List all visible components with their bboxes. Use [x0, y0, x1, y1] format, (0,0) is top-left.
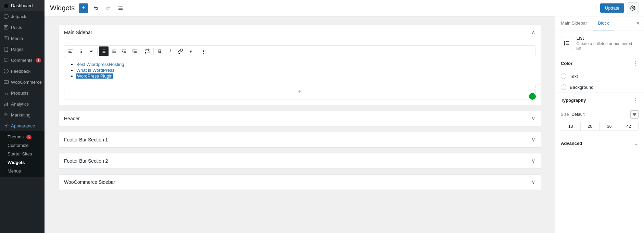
color-option-text[interactable]: Text: [555, 71, 644, 82]
toolbar-divider-1: [97, 48, 98, 55]
color-label-background: Background: [570, 85, 593, 90]
widget-panel-header-header[interactable]: Header: [59, 111, 541, 126]
close-panel-button[interactable]: ×: [632, 17, 644, 29]
sidebar-item-pages[interactable]: Pages: [0, 44, 45, 55]
color-section: Color ⋮ Text Background: [555, 56, 644, 93]
list-view-button[interactable]: [116, 3, 125, 13]
color-option-background[interactable]: Background: [555, 82, 644, 93]
typography-section: Typography ⋮ Size Default 13 20 36: [555, 93, 644, 136]
toolbar-italic-button[interactable]: I: [165, 46, 175, 56]
widget-panel-header-footer-1[interactable]: Footer Bar Section 1: [59, 132, 541, 147]
block-toolbar: 1.2.3.: [64, 45, 535, 57]
advanced-label: Advanced: [561, 141, 582, 146]
svg-rect-8: [4, 105, 5, 106]
sidebar-item-appearance[interactable]: Appearance: [0, 120, 45, 131]
toolbar-more-rich-button[interactable]: ▾: [186, 46, 195, 56]
widget-panel-content-main-sidebar: 1.2.3.: [59, 40, 541, 105]
svg-rect-9: [5, 103, 6, 106]
sidebar-item-products[interactable]: Products: [0, 87, 45, 98]
undo-button[interactable]: [91, 3, 101, 13]
svg-point-11: [5, 125, 7, 127]
settings-button[interactable]: [627, 2, 639, 14]
sidebar-item-woocommerce[interactable]: WooCommerce: [0, 77, 45, 87]
main-area: Widgets + Update Main Sidebar: [45, 0, 644, 233]
sidebar-item-analytics[interactable]: Analytics: [0, 98, 45, 109]
font-size-13[interactable]: 13: [561, 122, 581, 131]
sidebar-item-feedback[interactable]: Feedback: [0, 66, 45, 77]
toolbar-bold-button[interactable]: B: [155, 46, 165, 56]
sidebar-item-jetpack[interactable]: Jetpack: [0, 11, 45, 22]
redo-button[interactable]: [103, 3, 113, 13]
font-size-36[interactable]: 36: [600, 122, 619, 131]
color-radio-background: [561, 84, 566, 90]
widget-editor: Main Sidebar: [45, 16, 555, 233]
widget-panel-header-woocommerce-sidebar[interactable]: WooCommerce Sidebar: [59, 175, 541, 190]
font-size-42[interactable]: 42: [619, 122, 639, 131]
list-link-3[interactable]: WordPress Plugin: [76, 73, 113, 79]
widget-panel-title-footer-2: Footer Bar Section 2: [64, 158, 108, 164]
font-size-options: 13 20 36 42: [561, 122, 639, 131]
sidebar-sub-customize[interactable]: Customize: [0, 141, 45, 150]
add-block-button-area[interactable]: +: [64, 85, 535, 99]
sidebar-item-media[interactable]: Media: [0, 33, 45, 44]
typography-section-title: Typography: [561, 98, 586, 103]
toolbar-indent-button[interactable]: [130, 46, 139, 56]
color-section-header[interactable]: Color ⋮: [555, 56, 644, 71]
svg-point-49: [564, 44, 565, 45]
sidebar-item-posts[interactable]: Posts: [0, 22, 45, 33]
block-name: List: [577, 35, 639, 41]
color-radio-text: [561, 73, 566, 79]
toolbar-move-button[interactable]: [86, 46, 96, 56]
update-button[interactable]: Update: [600, 3, 624, 13]
list-link-2[interactable]: What is WordPress: [76, 68, 114, 73]
right-panel: Main Sidebar Block × List Create a bulle…: [555, 16, 644, 233]
typography-section-header[interactable]: Typography ⋮: [555, 93, 644, 108]
tab-block[interactable]: Block: [593, 16, 615, 30]
toolbar-ordered-list-button[interactable]: 1.2.3.: [109, 46, 119, 56]
sidebar-sub-starter-sites[interactable]: Starter Sites: [0, 150, 45, 158]
size-filter-button[interactable]: [630, 110, 639, 119]
green-dot-indicator: [529, 93, 536, 100]
tab-main-sidebar[interactable]: Main Sidebar: [555, 16, 593, 30]
list-link-1[interactable]: Best WiordpressHosting: [76, 62, 124, 67]
toolbar-transform-button[interactable]: [142, 46, 152, 56]
toolbar-divider-3: [153, 48, 154, 55]
sidebar-sub-menus[interactable]: Menus: [0, 167, 45, 175]
toolbar-drag-button[interactable]: [76, 46, 86, 56]
widget-panel-header-footer-2[interactable]: Footer Bar Section 2: [59, 153, 541, 168]
svg-rect-5: [4, 37, 9, 40]
toolbar-options-button[interactable]: ⋮: [199, 46, 208, 56]
list-items: Best WiordpressHosting What is WordPress…: [71, 62, 535, 79]
toolbar-link-button[interactable]: [176, 46, 185, 56]
content-area: Main Sidebar: [45, 16, 644, 233]
sidebar-item-comments[interactable]: Comments 1: [0, 55, 45, 66]
toolbar-outdent-button[interactable]: [119, 46, 129, 56]
sidebar-item-marketing[interactable]: Marketing: [0, 109, 45, 120]
advanced-section[interactable]: Advanced: [555, 136, 644, 151]
size-label: Size: [561, 112, 569, 117]
add-block-button[interactable]: +: [79, 3, 88, 13]
svg-point-43: [531, 95, 534, 98]
sidebar-sub-themes[interactable]: Themes 5: [0, 133, 45, 141]
sidebar-item-dashboard[interactable]: Dashboard: [0, 0, 45, 11]
svg-point-19: [80, 50, 80, 50]
svg-rect-30: [103, 52, 105, 53]
chevron-down-icon-header: [531, 115, 535, 122]
font-size-20[interactable]: 20: [581, 122, 600, 131]
color-label-text: Text: [570, 74, 578, 79]
widget-panel-title-woocommerce-sidebar: WooCommerce Sidebar: [64, 179, 115, 185]
toolbar-list-type-button[interactable]: [99, 46, 109, 56]
svg-point-23: [80, 52, 80, 53]
widget-panel-header-main-sidebar[interactable]: Main Sidebar: [59, 25, 541, 40]
color-section-title: Color: [561, 61, 572, 66]
typography-section-more-icon[interactable]: ⋮: [633, 97, 639, 104]
svg-text:3.: 3.: [112, 52, 113, 53]
sidebar-sub-widgets[interactable]: Widgets: [0, 158, 45, 167]
color-section-more-icon[interactable]: ⋮: [633, 60, 639, 67]
toolbar-align-button[interactable]: [66, 46, 75, 56]
advanced-chevron-icon: [634, 140, 639, 147]
widget-panel-header: Header: [58, 111, 541, 126]
widget-panel-title-header: Header: [64, 116, 80, 121]
block-info-text: List Create a bulleted or numbered list.: [577, 35, 639, 51]
svg-rect-7: [4, 80, 9, 84]
